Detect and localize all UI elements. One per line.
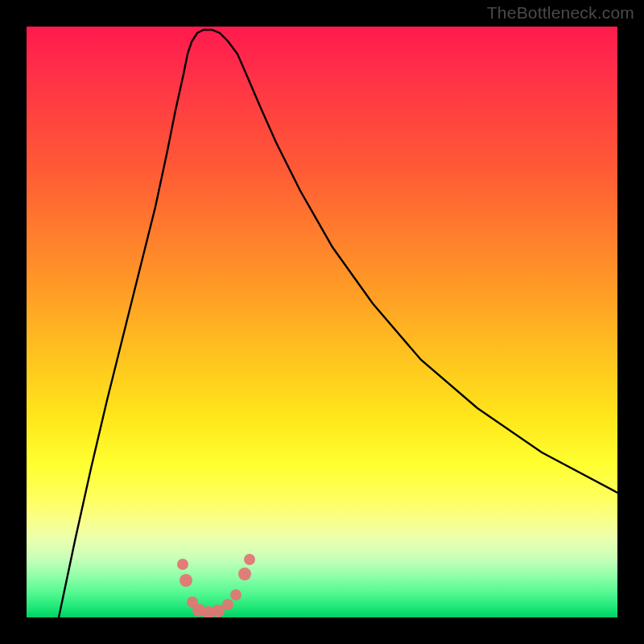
bottleneck-curve [59,30,617,617]
marker-g [222,599,233,610]
marker-b [180,574,192,587]
plot-area [27,27,617,617]
marker-a [177,559,188,570]
marker-h [230,589,242,601]
marker-j [244,554,255,565]
chart-frame: TheBottleneck.com [0,0,644,644]
marker-i [238,568,251,580]
watermark-text: TheBottleneck.com [487,3,634,23]
curve-layer [27,27,617,617]
data-markers [177,554,255,617]
